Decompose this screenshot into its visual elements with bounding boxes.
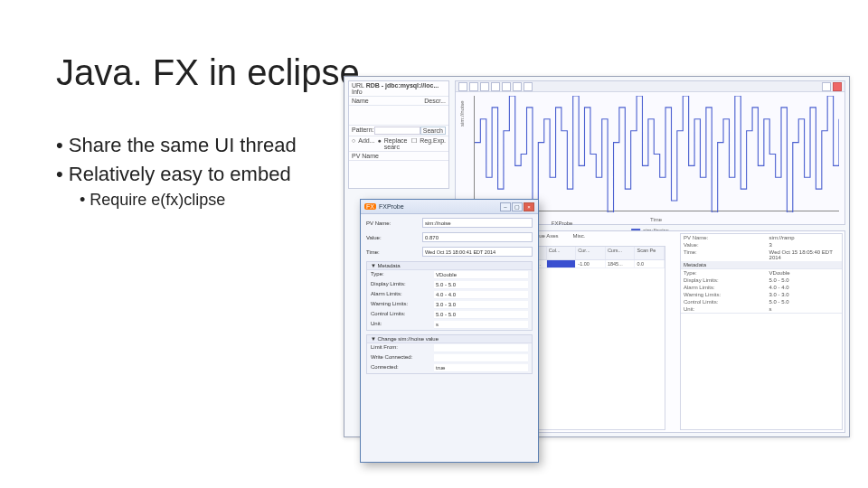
meta-k: Control Limits:	[371, 311, 434, 319]
col-scan: Scan Pe	[635, 247, 665, 259]
meta-v: 4.0 - 4.0	[769, 285, 839, 290]
meta-k: Display Limits:	[684, 277, 769, 283]
info-label: Info	[352, 89, 363, 95]
add-radio[interactable]: Add...	[358, 137, 374, 150]
col-curs: Curs...	[606, 247, 636, 259]
change-value-section: ▼ Change sim://noise value Limit From: W…	[366, 334, 533, 374]
metadata-toggle[interactable]: ▼ Metadata	[367, 262, 532, 270]
metadata-section: ▼ Metadata Type:VDouble Display Limits:5…	[366, 261, 533, 331]
meta-k: Control Limits:	[684, 299, 769, 305]
bullet-1: Share the same UI thread	[56, 132, 297, 159]
meta-k: Type:	[684, 270, 769, 276]
value-pvname[interactable]: sim://ramp	[769, 235, 839, 240]
toolbar-button[interactable]	[513, 82, 522, 91]
pvname-hdr: PV Name	[349, 152, 448, 161]
toolbar-button[interactable]	[502, 82, 511, 91]
time-readout: Wed Oct 15 18:00:41 EDT 2014	[422, 247, 533, 257]
formula-v: true	[434, 364, 528, 372]
dialog-titlebar[interactable]: FX FXProbe – ▢ ×	[361, 200, 538, 214]
app-icon: FX	[364, 203, 376, 210]
chart-area[interactable]	[474, 96, 839, 211]
meta-v: 5.0 - 5.0	[434, 281, 528, 289]
meta-k: Unit:	[684, 306, 769, 312]
bullet-2: Relatively easy to embed	[56, 161, 297, 188]
meta-v: 3.0 - 3.0	[434, 301, 528, 309]
value-readout: 0.870	[422, 232, 533, 242]
meta-v: 5.0 - 5.0	[769, 277, 839, 283]
fxprobe-dialog: FX FXProbe – ▢ × PV Name:sim://noise Val…	[360, 199, 539, 463]
value-time: Wed Oct 15 18:05:40 EDT 2014	[769, 249, 839, 260]
meta-k: Type:	[371, 271, 434, 279]
line-chart	[475, 96, 839, 212]
meta-v: VDouble	[769, 270, 839, 276]
bullet-list: Share the same UI thread Relatively easy…	[56, 132, 297, 211]
meta-v: 5.0 - 5.0	[769, 299, 839, 305]
formula-k: Write Connected:	[371, 354, 434, 362]
meta-k: Alarm Limits:	[371, 291, 434, 299]
label-pvname: PV Name:	[684, 235, 769, 240]
dialog-body: PV Name:sim://noise Value:0.870 Time:Wed…	[361, 214, 538, 378]
meta-k: Display Limits:	[371, 281, 434, 289]
regexp-check[interactable]: Reg.Exp.	[420, 137, 446, 150]
label-value: Value:	[366, 235, 422, 240]
formula-v	[434, 354, 528, 362]
label-time: Time:	[366, 249, 422, 255]
toolbar-button[interactable]	[469, 82, 478, 91]
cell-cur: -1.00	[576, 260, 606, 267]
label-pvname: PV Name:	[366, 221, 422, 226]
screenshot-region: URL RDB - jdbc:mysql://loc... Info NameD…	[344, 76, 850, 465]
formula-k: Limit From:	[371, 344, 434, 352]
value-value: 3	[769, 242, 839, 248]
cell-curs: 1845...	[606, 260, 636, 267]
metadata-group-title[interactable]: Metadata	[681, 261, 842, 269]
formula-v[interactable]	[434, 344, 528, 352]
search-button[interactable]: Search	[420, 127, 446, 135]
toolbar-button[interactable]	[491, 82, 500, 91]
close-button[interactable]: ×	[524, 202, 534, 211]
replace-radio[interactable]: Replace searc	[384, 137, 409, 150]
meta-v: 5.0 - 5.0	[434, 311, 528, 319]
maximize-button[interactable]: ▢	[512, 202, 523, 211]
name-hdr: Name	[352, 98, 424, 104]
cell-color[interactable]	[547, 260, 577, 267]
meta-v: VDouble	[434, 271, 528, 279]
pvname-input[interactable]: sim://noise	[422, 218, 533, 228]
cell-scan: 0.0	[635, 260, 665, 267]
meta-v: 4.0 - 4.0	[434, 291, 528, 299]
minimize-button[interactable]: –	[500, 202, 511, 211]
bullet-2-sub: Require e(fx)clipse	[80, 189, 297, 211]
meta-k: Alarm Limits:	[684, 285, 769, 290]
meta-v: 3.0 - 3.0	[769, 292, 839, 297]
toolbar-button[interactable]	[524, 82, 533, 91]
col-col: Col...	[547, 247, 577, 259]
col-cur: Cur...	[576, 247, 606, 259]
label-time: Time:	[684, 249, 769, 260]
desc-hdr: Descr...	[424, 98, 446, 104]
url-value[interactable]: RDB - jdbc:mysql://loc...	[366, 82, 439, 89]
change-value-toggle[interactable]: ▼ Change sim://noise value	[367, 335, 532, 343]
slide-title: Java. FX in eclipse	[56, 52, 360, 93]
formula-k: Connected:	[371, 364, 434, 372]
toolbar-button[interactable]	[458, 82, 467, 91]
url-label: URL	[352, 82, 364, 89]
tab-fxprobe[interactable]: FXProbe	[548, 221, 577, 231]
meta-k: Warning Limits:	[371, 301, 434, 309]
chart-toolbar	[456, 81, 844, 92]
tab-misc[interactable]: Misc.	[569, 233, 589, 244]
meta-v: s	[434, 321, 528, 329]
pattern-input[interactable]	[374, 127, 420, 135]
toolbar-button[interactable]	[480, 82, 489, 91]
fxprobe-side-pane: PV Name:sim://ramp Value:3 Time:Wed Oct …	[680, 233, 843, 430]
left-search-pane: URL RDB - jdbc:mysql://loc... Info NameD…	[348, 80, 449, 189]
pattern-label: Pattern:	[352, 127, 374, 135]
label-value: Value:	[684, 242, 769, 248]
dialog-title: FXProbe	[379, 203, 404, 210]
meta-k: Warning Limits:	[684, 292, 769, 297]
chart-x-axis-label: Time	[650, 217, 662, 222]
meta-v: s	[769, 306, 839, 312]
toolbar-button[interactable]	[822, 82, 831, 91]
meta-k: Unit:	[371, 321, 434, 329]
chart-y-axis-label: sim://noise	[459, 100, 465, 127]
close-icon[interactable]	[833, 82, 842, 91]
